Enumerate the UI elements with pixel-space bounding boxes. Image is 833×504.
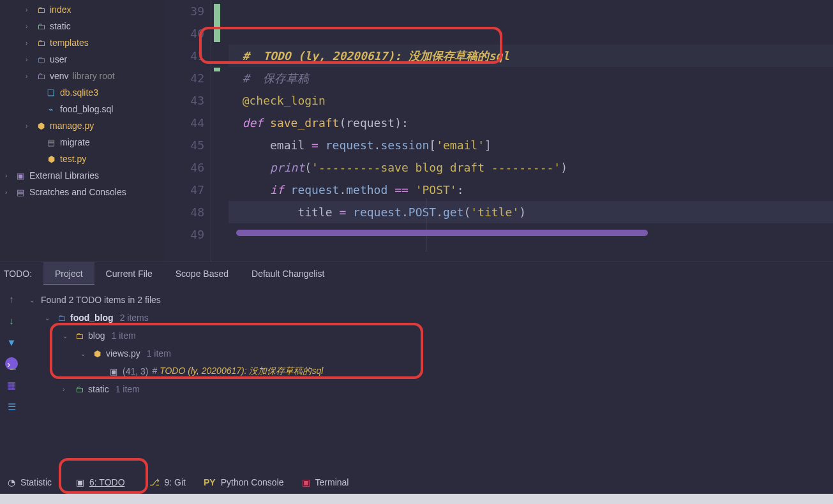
todo-folder-row[interactable]: ⌄ 🗀 blog 1 item xyxy=(23,327,833,345)
code-line[interactable] xyxy=(229,0,833,22)
code-editor[interactable]: 3940414243444546474849 # TODO (ly, 20200… xyxy=(166,0,833,262)
grid-icon[interactable]: ▦ xyxy=(5,379,18,392)
tree-label: food_blog.sql xyxy=(60,104,113,114)
todo-toolbar: TODO: Project Current File Scope Based D… xyxy=(0,262,833,285)
chevron-icon: › xyxy=(26,23,32,30)
tab-project[interactable]: Project xyxy=(43,262,94,285)
todo-summary-row[interactable]: ⌄ Found 2 TODO items in 2 files xyxy=(23,291,833,309)
line-number[interactable]: 44 xyxy=(166,112,204,134)
folder-icon: 🗀 xyxy=(74,384,84,394)
tree-item[interactable]: ›🗀user xyxy=(0,51,166,68)
tree-item[interactable]: ›🗀static xyxy=(0,18,166,34)
chevron-icon: › xyxy=(26,6,32,13)
tab-default-changelist[interactable]: Default Changelist xyxy=(240,262,336,285)
folder-icon: 🗀 xyxy=(56,313,66,323)
tree-label: static xyxy=(50,21,71,31)
todo-folder-row[interactable]: ⌄ 🗀 food_blog 2 items xyxy=(23,309,833,327)
status-bar: ◔ Statistic ▣ 6: TODO ⎇ 9: Git PY Python… xyxy=(0,471,833,494)
chevron-icon: › xyxy=(26,40,32,47)
code-line[interactable]: email = request.session['email'] xyxy=(229,134,833,156)
statusbar-statistic[interactable]: ◔ Statistic xyxy=(8,477,52,487)
line-number[interactable]: 43 xyxy=(166,89,204,112)
chart-icon: ◔ xyxy=(8,477,15,487)
arrow-up-icon[interactable]: ↑ xyxy=(5,292,18,305)
file-icon: ▣ xyxy=(15,170,26,181)
code-line-todo[interactable]: # TODO (ly, 20200617): 没加保存草稿的sql xyxy=(229,45,833,67)
code-line[interactable]: if request.method == 'POST': xyxy=(229,179,833,201)
tree-item[interactable]: ▤migrate xyxy=(0,134,166,151)
tree-item[interactable]: ›▣External Libraries xyxy=(0,167,166,184)
python-icon: PY xyxy=(204,477,216,487)
bookmark-icon: ▣ xyxy=(76,477,84,487)
code-lines[interactable]: # TODO (ly, 20200617): 没加保存草稿的sql # 保存草稿… xyxy=(229,0,833,246)
statusbar-todo[interactable]: ▣ 6: TODO xyxy=(70,473,131,491)
line-number[interactable]: 48 xyxy=(166,201,204,223)
code-line[interactable]: @check_login xyxy=(229,89,833,112)
code-line[interactable]: def save_draft(request): xyxy=(229,112,833,134)
folder-icon: 🗀 xyxy=(74,330,84,341)
chevron-icon: › xyxy=(26,122,32,130)
file-icon: 🗀 xyxy=(36,54,46,64)
tab-current-file[interactable]: Current File xyxy=(94,262,164,285)
git-icon: ⎇ xyxy=(149,477,160,487)
arrow-down-icon[interactable]: ↓ xyxy=(5,314,18,327)
list-icon[interactable]: ☰ xyxy=(5,401,18,413)
code-line[interactable]: # 保存草稿 xyxy=(229,67,833,89)
chevron-icon: › xyxy=(26,73,32,80)
tree-item[interactable]: ⌁food_blog.sql xyxy=(0,101,166,117)
tree-item[interactable]: ⬢test.py xyxy=(0,151,166,167)
project-tree: ›🗀index›🗀static›🗀templates›🗀user›🗀venv l… xyxy=(0,0,166,262)
line-number[interactable]: 39 xyxy=(166,0,204,22)
code-line[interactable]: print('---------save blog draft --------… xyxy=(229,156,833,179)
bookmark-icon: ▣ xyxy=(109,366,119,376)
line-number[interactable]: 41 xyxy=(166,45,204,67)
file-icon: 🗀 xyxy=(36,71,46,81)
chevron-icon: › xyxy=(26,56,32,63)
todo-comment: # TODO (ly, 20200617): 没加保存草稿的sql xyxy=(243,49,510,63)
tree-label: migrate xyxy=(60,137,90,147)
tree-label: manage.py xyxy=(50,121,94,131)
todo-folder-row[interactable]: › 🗀 static 1 item xyxy=(23,380,833,398)
tree-label: user xyxy=(50,54,67,64)
caret-column-line xyxy=(426,198,426,252)
todo-label: TODO: xyxy=(0,269,43,279)
statusbar-git[interactable]: ⎇ 9: Git xyxy=(149,477,186,487)
comment: # 保存草稿 xyxy=(243,71,310,85)
file-icon: ⌁ xyxy=(46,104,56,114)
tree-label: Scratches and Consoles xyxy=(29,187,126,197)
todo-item-row[interactable]: ▣ (41, 3) # TODO (ly, 20200617): 没加保存草稿的… xyxy=(23,362,833,380)
file-icon: ▤ xyxy=(46,137,56,147)
file-icon: ❏ xyxy=(46,87,56,98)
tree-label: index xyxy=(50,4,71,15)
line-number[interactable]: 42 xyxy=(166,67,204,89)
decorator: @check_login xyxy=(243,94,326,107)
tree-item[interactable]: ›🗀venv library root xyxy=(0,68,166,84)
code-line[interactable] xyxy=(229,22,833,45)
file-icon: ▤ xyxy=(15,187,26,197)
line-number[interactable]: 47 xyxy=(166,179,204,201)
bottom-edge xyxy=(0,494,833,504)
line-number[interactable]: 45 xyxy=(166,134,204,156)
horizontal-scrollbar[interactable] xyxy=(236,230,648,236)
filter-icon[interactable]: ▼ xyxy=(5,336,18,348)
line-number[interactable]: 40 xyxy=(166,22,204,45)
tree-item[interactable]: ›⬢manage.py xyxy=(0,117,166,134)
terminal-icon: ▣ xyxy=(302,477,310,487)
tree-item[interactable]: ›▤Scratches and Consoles xyxy=(0,184,166,200)
todo-file-row[interactable]: ⌄ ⬢ views.py 1 item xyxy=(23,345,833,362)
tree-label: External Libraries xyxy=(29,170,99,181)
tree-item[interactable]: ›🗀templates xyxy=(0,34,166,51)
line-number[interactable]: 49 xyxy=(166,223,204,246)
statusbar-terminal[interactable]: ▣ Terminal xyxy=(302,477,349,487)
file-icon: 🗀 xyxy=(36,21,46,31)
preview-icon[interactable]: ›_ xyxy=(5,357,18,370)
code-line-current[interactable]: title = request.POST.get('title') xyxy=(229,201,833,223)
tree-item[interactable]: ❏db.sqlite3 xyxy=(0,84,166,101)
tree-item[interactable]: ›🗀index xyxy=(0,1,166,18)
tab-scope-based[interactable]: Scope Based xyxy=(164,262,240,285)
statusbar-python-console[interactable]: PY Python Console xyxy=(204,477,284,487)
todo-panel: ↑ ↓ ▼ ›_ ▦ ☰ ⌄ Found 2 TODO items in 2 f… xyxy=(0,285,833,471)
file-icon: 🗀 xyxy=(36,38,46,48)
tree-label: venv xyxy=(50,71,69,81)
line-number[interactable]: 46 xyxy=(166,156,204,179)
